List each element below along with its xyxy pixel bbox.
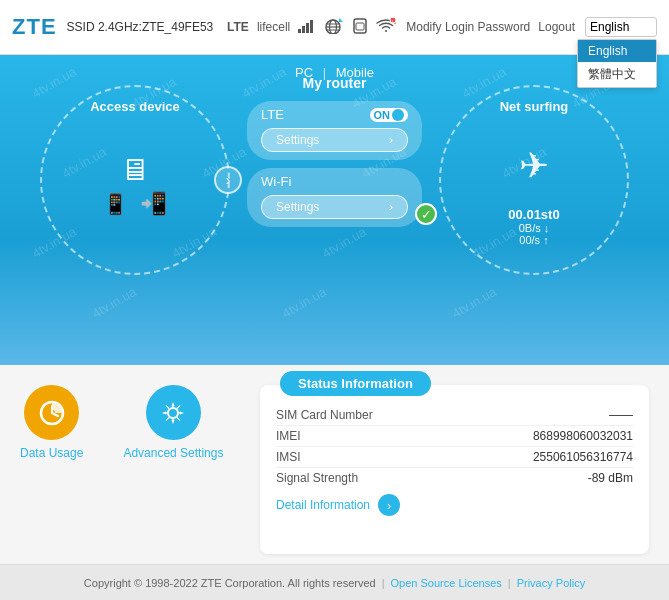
status-card: Status Information SIM Card Number —— IM… (260, 385, 649, 554)
data-usage-icon (24, 385, 79, 440)
detail-info-link[interactable]: Detail Information (276, 498, 370, 512)
advanced-settings-block[interactable]: Advanced Settings (123, 385, 223, 460)
speed-up-unit: 00/s ↑ (508, 234, 559, 246)
tablet-icon: 📲 (140, 191, 167, 217)
sim-icon (352, 18, 368, 37)
toggle-knob (392, 109, 404, 121)
open-source-link[interactable]: Open Source Licenses (391, 577, 502, 589)
svg-rect-0 (298, 29, 301, 33)
sim-value: —— (609, 408, 633, 422)
advanced-settings-label: Advanced Settings (123, 446, 223, 460)
svg-rect-1 (302, 26, 305, 33)
ssid-label: SSID 2.4GHz:ZTE_49FE53 (67, 20, 228, 34)
status-card-header: Status Information (280, 371, 431, 396)
lte-settings-button[interactable]: Settings › (261, 128, 408, 152)
sim-label: SIM Card Number (276, 408, 373, 422)
lte-card-label: LTE (261, 107, 284, 122)
modify-login-link[interactable]: Modify Login Password (406, 20, 530, 34)
language-dropdown: English 繁體中文 (577, 39, 657, 88)
status-table: SIM Card Number —— IMEI 868998060032031 … (276, 405, 633, 488)
imsi-label: IMSI (276, 450, 301, 464)
lte-toggle[interactable]: ON (370, 108, 409, 122)
svg-point-18 (168, 408, 178, 418)
status-row-signal: Signal Strength -89 dBm (276, 468, 633, 488)
svg-rect-3 (310, 20, 313, 33)
net-surfing-icons: ✈ 00.01st0 0B/s ↓ 00/s ↑ (508, 145, 559, 246)
bottom-icons: Data Usage (20, 385, 240, 554)
main-visual: 4tv.in.ua 4tv.in.ua 4tv.in.ua 4tv.in.ua … (0, 55, 669, 365)
access-device-icons: 🖥 📱 📲 (103, 153, 167, 217)
imsi-value: 255061056316774 (533, 450, 633, 464)
tab-divider: | (323, 65, 326, 80)
svg-rect-11 (356, 23, 364, 30)
access-device-label: Access device (90, 99, 180, 114)
header-status-icons: LTE lifecell (227, 18, 396, 37)
imei-value: 868998060032031 (533, 429, 633, 443)
paper-plane-icon: ✈ (519, 145, 549, 186)
net-surfing-circle: Net surfing ✈ 00.01st0 0B/s ↓ 00/s ↑ (439, 85, 629, 275)
globe-icon (324, 18, 344, 37)
status-row-sim: SIM Card Number —— (276, 405, 633, 426)
footer-divider-2: | (508, 577, 511, 589)
lte-label: LTE (227, 20, 249, 34)
net-surfing-label: Net surfing (500, 99, 569, 114)
zte-logo: ZTE (12, 14, 57, 40)
wifi-settings-arrow: › (389, 200, 393, 214)
router-center: My router LTE ON Settings › Wi-Fi Settin… (235, 75, 435, 235)
signal-value: -89 dBm (588, 471, 633, 485)
speed-down-num: 00.01st0 (508, 207, 559, 222)
lang-option-chinese[interactable]: 繁體中文 (578, 62, 656, 87)
detail-info-row: Detail Information › (276, 494, 633, 516)
svg-rect-2 (306, 23, 309, 33)
lang-option-english[interactable]: English (578, 40, 656, 62)
status-row-imei: IMEI 868998060032031 (276, 426, 633, 447)
monitor-icon: 🖥 (120, 153, 150, 187)
footer-divider-1: | (382, 577, 385, 589)
logout-link[interactable]: Logout (538, 20, 575, 34)
data-usage-label: Data Usage (20, 446, 83, 460)
wifi-header-icon: ! (376, 18, 396, 37)
svg-marker-9 (339, 18, 343, 22)
status-row-imsi: IMSI 255061056316774 (276, 447, 633, 468)
lte-settings-arrow: › (389, 133, 393, 147)
lte-card: LTE ON Settings › (247, 101, 422, 160)
header-links: Modify Login Password Logout (406, 20, 575, 34)
mobile-tab[interactable]: Mobile (336, 65, 374, 80)
connection-check: ✓ (415, 203, 437, 225)
speed-down-unit: 0B/s ↓ (508, 222, 559, 234)
language-selector[interactable]: English 繁體中文 English 繁體中文 (585, 17, 657, 37)
header: ZTE SSID 2.4GHz:ZTE_49FE53 LTE lifecell (0, 0, 669, 55)
privacy-link[interactable]: Privacy Policy (517, 577, 585, 589)
imei-label: IMEI (276, 429, 301, 443)
wifi-card: Wi-Fi Settings › (247, 168, 422, 227)
lte-settings-label: Settings (276, 133, 319, 147)
advanced-settings-icon (146, 385, 201, 440)
view-tabs: PC | Mobile (295, 65, 374, 80)
copyright-text: Copyright © 1998-2022 ZTE Corporation. A… (84, 577, 376, 589)
wifi-settings-button[interactable]: Settings › (261, 195, 408, 219)
toggle-on-label: ON (374, 109, 391, 121)
signal-label: Signal Strength (276, 471, 358, 485)
data-usage-block[interactable]: Data Usage (20, 385, 83, 460)
operator-label: lifecell (257, 20, 290, 34)
pc-tab[interactable]: PC (295, 65, 313, 80)
speed-display: 00.01st0 0B/s ↓ 00/s ↑ (508, 207, 559, 246)
svg-text:!: ! (392, 18, 393, 23)
access-device-circle: Access device 🖥 📱 📲 › (40, 85, 230, 275)
wifi-card-label: Wi-Fi (261, 174, 291, 189)
language-select[interactable]: English 繁體中文 (585, 17, 657, 37)
wifi-settings-label: Settings (276, 200, 319, 214)
footer: Copyright © 1998-2022 ZTE Corporation. A… (0, 564, 669, 600)
signal-icon (298, 19, 316, 36)
phone-icon: 📱 (103, 192, 128, 216)
detail-info-arrow[interactable]: › (378, 494, 400, 516)
bottom-section: Data Usage (0, 365, 669, 600)
bottom-main: Data Usage (0, 365, 669, 564)
